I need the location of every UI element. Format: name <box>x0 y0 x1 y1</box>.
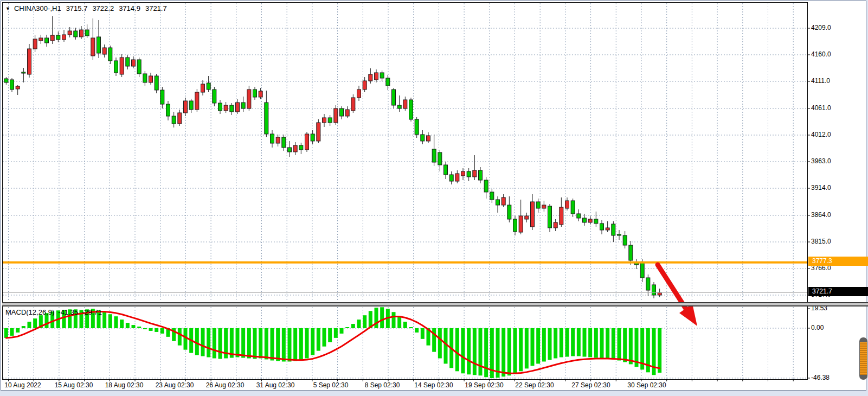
macd-axis-label: 0.00 <box>811 324 824 331</box>
time-axis-label: 30 Sep 02:30 <box>623 381 671 389</box>
price-axis-label: 3914.0 <box>811 184 831 191</box>
chart-window: ▼CHINA300-,H13715.73722.23714.93721.7 MA… <box>0 0 868 396</box>
macd-signal-value: -29.71 <box>82 308 102 316</box>
candlestick-series <box>4 16 661 298</box>
time-axis-label: 31 Aug 02:30 <box>252 381 299 389</box>
price-axis-label: 3864.0 <box>811 211 831 219</box>
time-axis-label: 18 Aug 02:30 <box>100 381 148 389</box>
symbol-dropdown-icon[interactable]: ▼ <box>5 6 10 11</box>
time-axis-label: 15 Aug 02:30 <box>50 381 98 389</box>
price-axis-label: 3815.0 <box>811 238 831 245</box>
time-axis-label: 23 Aug 02:30 <box>151 381 198 389</box>
quote-close: 3721.7 <box>145 4 167 12</box>
price-axis-label: 4209.0 <box>811 24 831 31</box>
quote-low: 3714.9 <box>119 4 140 12</box>
chart-inner-area: ▼CHINA300-,H13715.73722.23714.93721.7 MA… <box>1 1 866 391</box>
hline-price-label: 3777.3 <box>808 257 868 266</box>
time-axis-label: 10 Aug 2022 <box>0 381 47 389</box>
quote-high: 3722.2 <box>92 4 114 12</box>
price-axis-label: 4061.0 <box>811 104 831 112</box>
panel-splitter[interactable] <box>2 302 868 306</box>
current-price-label: 3721.7 <box>808 287 868 296</box>
scrollbar-thumb[interactable] <box>859 337 867 380</box>
time-axis-label: 5 Sep 02:30 <box>307 381 355 389</box>
macd-histogram <box>4 307 661 378</box>
price-axis-label: 4111.0 <box>811 77 830 85</box>
scrollbar-thumb-stripes <box>860 342 867 375</box>
time-axis-label: 27 Sep 02:30 <box>567 381 615 389</box>
horizontal-line-3777[interactable] <box>3 261 807 264</box>
time-axis-label: 19 Sep 02:30 <box>460 381 508 389</box>
price-lines <box>3 261 807 293</box>
quote-open: 3715.7 <box>66 4 88 12</box>
axis-ticks <box>9 28 811 381</box>
macd-axis-label: -46.38 <box>811 374 830 381</box>
time-axis-label: 22 Sep 02:30 <box>511 381 558 389</box>
time-axis-label: 14 Sep 02:30 <box>410 381 458 389</box>
chart-canvas[interactable] <box>1 1 868 396</box>
macd-main-value: -41.35 <box>58 308 78 316</box>
price-axis-label: 4012.0 <box>811 131 831 138</box>
time-axis-label: 8 Sep 02:30 <box>358 381 406 389</box>
macd-indicator-label: MACD(12,26,9)-41.35-29.71 <box>5 308 102 316</box>
price-axis-label: 3963.0 <box>811 157 831 165</box>
macd-name: MACD(12,26,9) <box>5 308 54 316</box>
title-bar: ▼CHINA300-,H13715.73722.23714.93721.7 <box>5 4 167 12</box>
price-axis-label: 4160.0 <box>811 50 831 58</box>
symbol-label: CHINA300-,H1 <box>14 4 61 12</box>
time-axis-label: 26 Aug 02:30 <box>201 381 249 389</box>
